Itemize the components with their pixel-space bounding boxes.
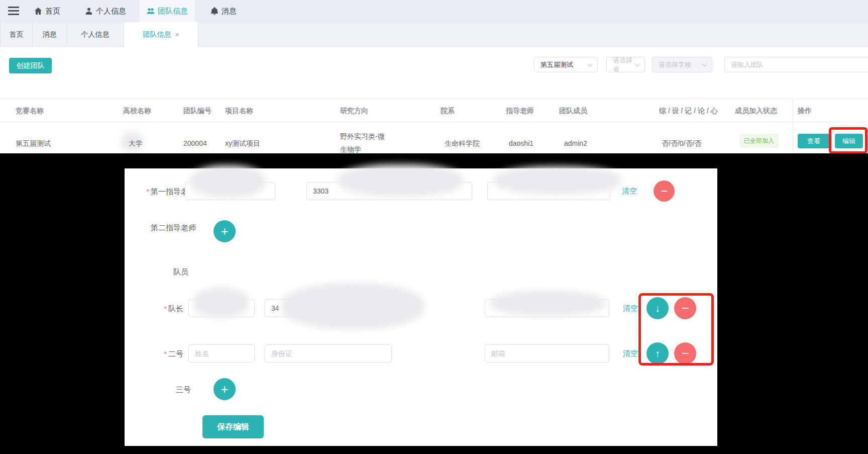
nav-item-label: 消息 [222,7,237,16]
cell-direction: 野外实习类-微 生物学 [340,130,396,156]
nav-item-profile[interactable]: 个人信息 [78,0,133,22]
required-asterisk: * [164,349,167,358]
move-member2-up-button[interactable]: ↑ [646,342,669,365]
clear-first-teacher-link[interactable]: 清空 [622,187,637,196]
table-header-border [0,122,868,122]
column-header: 指导老师 [506,107,534,116]
captain-id-input[interactable]: 34 [265,299,392,317]
table-top-border [0,99,868,99]
tab-strip: 首页 消息 个人信息 团队信息 × [0,22,868,47]
team-icon [147,7,155,15]
cell-team-no: 200004 [183,139,207,147]
clear-member2-link[interactable]: 清空 [623,349,638,358]
column-header: 竞赛名称 [16,107,44,116]
move-captain-down-button[interactable]: ↓ [646,297,669,319]
column-header: 综 / 设 / 记 / 论 / 心 [659,107,718,116]
home-icon [34,7,42,15]
cell-university: 大学 [129,139,143,148]
arrow-down-icon: ↓ [655,303,660,314]
member3-label: 三号 [176,385,196,395]
tab-label: 个人信息 [81,30,110,39]
cell-members: admin2 [564,139,587,147]
team-management-page: 首页 个人信息 团队信息 消息 首页 消息 个人信息 团队信息 × 创建团队 第… [0,0,868,454]
nav-item-messages[interactable]: 消息 [203,0,244,22]
user-icon [85,7,93,15]
competition-select[interactable]: 第五届测试 [534,57,598,72]
chevron-down-icon [702,62,707,67]
hamburger-menu-icon[interactable] [8,6,20,17]
column-header: 团队编号 [183,107,211,116]
first-teacher-id-value: 3303 [313,187,329,195]
fixed-column-divider [793,99,793,153]
first-teacher-id-input[interactable]: 3303 [306,182,472,200]
column-header: 团队成员 [559,107,587,116]
cell-department: 生命科学院 [445,139,480,148]
member2-name-input[interactable] [188,344,255,362]
column-header: 成员加入状态 [735,107,777,116]
save-edit-button[interactable]: 保存编辑 [202,415,264,438]
tab-label: 团队信息 [143,30,171,39]
remove-first-teacher-button[interactable]: − [654,180,675,202]
second-teacher-label: 第二指导老师 [125,223,196,233]
top-navbar: 首页 个人信息 团队信息 消息 [0,0,868,22]
bell-icon [210,7,219,15]
captain-id-value: 34 [271,304,279,312]
edit-team-dialog: *第一指导老师 3303 清空 − 第二指导老师 + 队员 *队长 34 清空 … [125,168,717,446]
member2-label: *二号 [125,349,183,359]
tab-messages[interactable]: 消息 [33,22,67,47]
tab-profile[interactable]: 个人信息 [67,22,124,47]
nav-item-label: 个人信息 [96,7,126,16]
tab-label: 首页 [10,30,24,39]
captain-label: *队长 [125,304,183,314]
add-second-teacher-button[interactable]: + [213,220,236,242]
create-team-button[interactable]: 创建团队 [9,58,52,73]
members-section-label: 队员 [173,267,193,277]
school-select[interactable]: 请选择学校 [652,57,712,72]
tab-close-icon[interactable]: × [175,31,179,38]
required-asterisk: * [146,187,149,196]
tab-label: 消息 [43,30,57,39]
remove-captain-button[interactable]: − [674,297,696,319]
view-button[interactable]: 查看 [798,134,830,148]
column-header: 操作 [798,107,812,116]
member2-email-input[interactable] [485,344,609,362]
cell-direction-line1: 野外实习类-微 [340,132,385,140]
cell-project: xy测试项目 [225,139,260,148]
chevron-down-icon [635,62,640,67]
nav-item-team[interactable]: 团队信息 [140,0,195,22]
cell-direction-line2: 生物学 [340,145,361,153]
first-teacher-email-input[interactable] [487,182,610,200]
join-status-badge: 已全部加入 [740,134,778,147]
nav-item-home[interactable]: 首页 [27,0,67,22]
cell-flags: 否/否/0/否/否 [662,139,701,148]
arrow-up-icon: ↑ [655,348,660,359]
add-member3-button[interactable]: + [213,378,236,400]
remove-member2-button[interactable]: − [674,342,696,365]
nav-item-label: 团队信息 [158,7,188,16]
nav-item-label: 首页 [45,7,60,16]
captain-name-input[interactable] [188,299,255,317]
column-header: 高校名称 [123,107,151,116]
province-select-placeholder: 请选择省 [613,56,633,74]
team-name-input[interactable] [724,57,868,72]
clear-captain-link[interactable]: 清空 [623,304,638,313]
school-select-placeholder: 请选择学校 [659,60,691,69]
column-header: 项目名称 [225,107,253,116]
cell-competition: 第五届测试 [16,139,51,148]
tab-home[interactable]: 首页 [0,22,33,47]
member2-id-input[interactable] [265,344,392,362]
province-select[interactable]: 请选择省 [606,57,645,72]
tab-team-info[interactable]: 团队信息 × [124,22,198,47]
cell-advisor: daoshi1 [509,139,533,147]
required-asterisk: * [164,304,167,313]
chevron-down-icon [588,62,593,67]
captain-email-input[interactable] [485,299,609,317]
column-header: 研究方向 [340,107,368,116]
first-teacher-name-input[interactable] [185,182,275,200]
competition-select-value: 第五届测试 [540,60,573,69]
edit-button[interactable]: 编辑 [835,134,863,148]
column-header: 院系 [441,107,455,116]
